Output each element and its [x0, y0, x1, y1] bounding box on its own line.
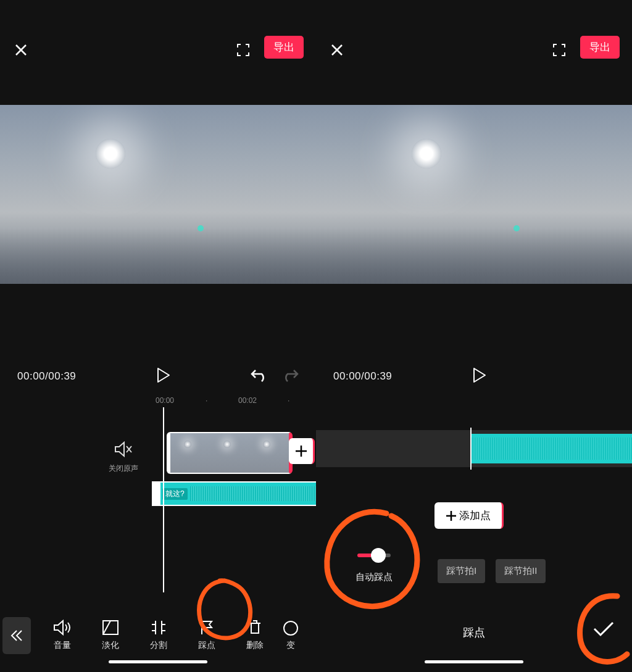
ruler-tick: 00:00: [156, 396, 174, 405]
svg-point-1: [284, 621, 297, 635]
timecode-display: 00:00/00:39: [333, 370, 392, 383]
back-button[interactable]: [2, 617, 31, 654]
playback-bar: 00:00/00:39: [316, 358, 632, 395]
redo-button[interactable]: [281, 368, 299, 385]
ruler-dot: ·: [206, 396, 207, 405]
home-indicator: [425, 660, 523, 663]
play-button[interactable]: [473, 367, 486, 386]
tool-fade[interactable]: 淡化: [86, 620, 135, 651]
bottom-toolbar: 音量 淡化 分割 踩点 删除 变: [0, 606, 316, 665]
add-point-label: 添加点: [459, 508, 491, 523]
tool-label: 淡化: [102, 640, 119, 650]
close-icon: [330, 43, 344, 57]
ruler-tick: 00:02: [238, 396, 257, 405]
tool-label: 删除: [246, 640, 264, 650]
play-icon: [157, 367, 170, 383]
audio-waveform: [190, 486, 320, 501]
audio-track[interactable]: [316, 430, 632, 467]
add-point-button[interactable]: 添加点: [434, 502, 504, 529]
ruler-dot: ·: [288, 396, 289, 405]
left-screenshot: 导出 00:00/00:39 00:00 · 00:02 ·: [0, 0, 316, 672]
close-icon: [14, 43, 28, 57]
home-indicator: [109, 660, 207, 663]
right-screenshot: 导出 00:00/00:39 添加点 自动踩点 踩节拍I 踩节拍II 踩点: [316, 0, 632, 672]
trash-icon: [247, 620, 262, 636]
cloud-graphic: [316, 228, 632, 284]
timeline-ruler: 00:00 · 00:02 ·: [0, 395, 316, 407]
panel-title: 踩点: [316, 625, 632, 640]
tool-beat[interactable]: 踩点: [183, 620, 231, 651]
split-icon: [151, 620, 167, 636]
speaker-muted-icon: [114, 441, 133, 457]
mute-original-sound[interactable]: 关闭原声: [102, 441, 145, 474]
clip-thumbnail: [170, 433, 210, 473]
video-track[interactable]: [167, 432, 293, 474]
export-button[interactable]: 导出: [580, 36, 620, 59]
timecode-display: 00:00/00:39: [17, 370, 76, 383]
mute-label: 关闭原声: [109, 464, 138, 473]
speed-icon: [282, 620, 299, 636]
toggle-knob: [371, 548, 386, 563]
redo-icon: [281, 368, 299, 383]
playhead[interactable]: [163, 407, 164, 592]
audio-clip-label: 就这?: [162, 488, 188, 500]
top-bar: 导出: [316, 0, 632, 71]
audio-track[interactable]: 就这?: [152, 481, 321, 506]
video-preview: [0, 105, 316, 284]
export-button[interactable]: 导出: [264, 36, 304, 59]
close-button[interactable]: [12, 41, 30, 59]
video-preview: [316, 105, 632, 284]
tool-label: 变: [286, 640, 295, 650]
tool-label: 音量: [54, 640, 71, 650]
tool-split[interactable]: 分割: [135, 620, 183, 651]
undo-icon: [251, 368, 268, 383]
top-bar: 导出: [0, 0, 316, 71]
sun-graphic: [96, 139, 125, 168]
playhead[interactable]: [470, 428, 472, 470]
undo-button[interactable]: [251, 368, 268, 385]
confirm-button[interactable]: [590, 615, 617, 642]
close-button[interactable]: [328, 41, 346, 59]
tool-speed[interactable]: 变: [279, 620, 302, 651]
sun-graphic: [412, 139, 441, 168]
auto-beat-label: 自动踩点: [337, 571, 411, 583]
chevron-left-double-icon: [9, 628, 24, 643]
clip-thumbnail: [249, 433, 289, 473]
auto-beat-toggle[interactable]: 自动踩点: [337, 548, 411, 583]
svg-rect-0: [103, 621, 118, 634]
cloud-graphic: [0, 228, 316, 284]
tool-volume[interactable]: 音量: [38, 620, 86, 651]
beat-option-1[interactable]: 踩节拍I: [438, 559, 485, 583]
speaker-icon: [53, 620, 72, 636]
plus-icon: [294, 444, 308, 458]
beat-option-2[interactable]: 踩节拍II: [496, 559, 546, 583]
checkmark-icon: [592, 620, 615, 637]
tool-delete[interactable]: 删除: [231, 620, 279, 651]
play-icon: [473, 367, 486, 383]
tool-label: 踩点: [198, 640, 215, 650]
fade-icon: [102, 620, 119, 636]
timeline-area[interactable]: 关闭原声 就这?: [0, 407, 316, 592]
tool-label: 分割: [150, 640, 167, 650]
audio-waveform: [472, 434, 632, 463]
add-clip-button[interactable]: [289, 438, 315, 464]
playback-bar: 00:00/00:39: [0, 358, 316, 395]
expand-button[interactable]: [551, 41, 568, 59]
toggle-switch[interactable]: [357, 548, 391, 563]
expand-icon: [552, 43, 567, 57]
expand-icon: [236, 43, 251, 57]
play-button[interactable]: [157, 367, 170, 386]
flag-icon: [199, 620, 214, 636]
expand-button[interactable]: [235, 41, 252, 59]
plus-icon: [446, 510, 457, 521]
clip-thumbnail: [210, 433, 249, 473]
